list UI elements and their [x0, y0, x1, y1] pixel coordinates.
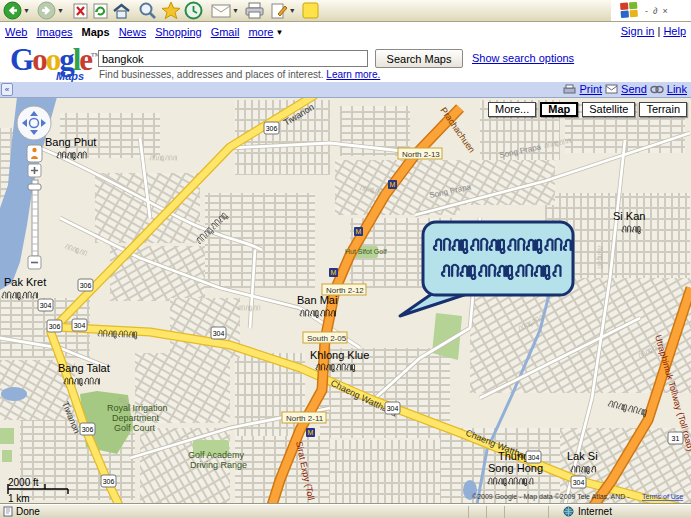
google-maps-header: Google™ Maps Search Maps Show search opt…	[0, 41, 691, 82]
svg-text:Terms of Use: Terms of Use	[642, 493, 683, 500]
svg-text:Pak Kret: Pak Kret	[4, 276, 46, 288]
map-type-buttons: More... Map Satellite Terrain	[484, 102, 687, 117]
svg-text:Golf Academy: Golf Academy	[188, 450, 245, 460]
windows-logo-icon	[617, 1, 641, 21]
page-icon	[3, 506, 13, 517]
svg-text:1 km: 1 km	[8, 493, 30, 504]
back-icon[interactable]	[3, 1, 22, 20]
svg-text:M: M	[390, 181, 396, 188]
svg-text:Lak Si: Lak Si	[567, 450, 598, 462]
svg-text:Thung: Thung	[498, 450, 529, 462]
nav-maps[interactable]: Maps	[82, 26, 110, 38]
favorites-icon[interactable]	[161, 1, 181, 20]
search-caption: Find businesses, addresses and places of…	[99, 69, 380, 80]
svg-text:Khlong Klue: Khlong Klue	[310, 349, 369, 361]
map-button[interactable]: Map	[540, 102, 578, 117]
pond	[1, 387, 27, 401]
forward-icon[interactable]	[37, 1, 56, 20]
svg-text:306: 306	[49, 323, 61, 330]
terrain-button[interactable]: Terrain	[639, 102, 687, 117]
stop-icon[interactable]	[72, 2, 89, 20]
svg-text:306: 306	[80, 282, 92, 289]
svg-text:M: M	[308, 429, 314, 436]
forward-dropdown[interactable]: ▼	[57, 7, 64, 14]
svg-text:©2009 Google - Map data ©2009: ©2009 Google - Map data ©2009 Tele Atlas…	[472, 493, 630, 501]
nav-images[interactable]: Images	[36, 26, 72, 38]
nav-shopping[interactable]: Shopping	[155, 26, 202, 38]
history-icon[interactable]	[184, 1, 203, 20]
svg-text:304: 304	[213, 330, 225, 337]
edit-dropdown[interactable]: ▼	[289, 7, 296, 14]
status-done: Done	[16, 506, 40, 517]
svg-text:2000 ft: 2000 ft	[8, 477, 39, 488]
send-link[interactable]: Send	[621, 83, 647, 95]
more-button[interactable]: More...	[488, 102, 536, 117]
svg-text:Golf Court: Golf Court	[114, 423, 156, 433]
svg-text:304: 304	[528, 454, 540, 461]
more-arrow-icon: ▼	[275, 28, 283, 37]
svg-text:Ban Mai: Ban Mai	[297, 294, 337, 306]
svg-text:304: 304	[387, 405, 399, 412]
svg-text:Hut Sifot Golf: Hut Sifot Golf	[345, 248, 387, 255]
link-icon	[650, 85, 664, 94]
sign-in-link[interactable]: Sign in	[621, 25, 655, 37]
google-logo-maps: Maps	[56, 70, 84, 82]
map-copyright: ©2009 Google - Map data ©2009 Tele Atlas…	[472, 493, 683, 501]
svg-text:Royal Irrigation: Royal Irrigation	[107, 403, 168, 413]
svg-text:Bang Phut: Bang Phut	[45, 136, 96, 148]
svg-text:31: 31	[672, 435, 680, 442]
svg-text:M: M	[356, 228, 362, 235]
svg-text:306: 306	[266, 125, 278, 132]
status-bar: Done Internet	[0, 504, 691, 518]
svg-text:Si Kan: Si Kan	[613, 210, 645, 222]
refresh-icon[interactable]	[92, 2, 109, 20]
svg-text:306: 306	[103, 478, 115, 485]
satellite-button[interactable]: Satellite	[582, 102, 635, 117]
search-icon[interactable]	[138, 1, 158, 20]
search-maps-button[interactable]: Search Maps	[375, 49, 463, 68]
map-canvas[interactable]: Tiwanon Tiwanon Chaeng Watthana Chaeng W…	[0, 98, 691, 504]
search-input[interactable]	[98, 50, 368, 67]
notes-icon[interactable]	[302, 2, 319, 19]
google-nav-links: Web Images Maps News Shopping Gmail more…	[0, 23, 691, 41]
nav-web[interactable]: Web	[5, 26, 27, 38]
svg-text:Song Hong: Song Hong	[488, 462, 543, 474]
svg-text:Bang Talat: Bang Talat	[58, 362, 110, 374]
svg-text:304: 304	[40, 302, 52, 309]
status-internet: Internet	[578, 506, 612, 517]
svg-text:306: 306	[82, 426, 94, 433]
print-link[interactable]: Print	[579, 83, 602, 95]
collapse-sidebar-tab[interactable]: «	[1, 83, 13, 96]
svg-text:M: M	[331, 269, 337, 276]
print-icon[interactable]	[245, 2, 264, 19]
back-dropdown[interactable]: ▼	[23, 7, 30, 14]
google-logo: Google™	[10, 42, 100, 78]
svg-text:304: 304	[74, 322, 86, 329]
svg-text:North 2-13: North 2-13	[402, 150, 440, 159]
action-bar: « Print Send Link	[0, 82, 691, 98]
nav-news[interactable]: News	[119, 26, 147, 38]
send-icon	[605, 84, 618, 94]
link-link[interactable]: Link	[667, 83, 687, 95]
mail-dropdown[interactable]: ▼	[232, 7, 239, 14]
mail-icon[interactable]	[211, 3, 231, 18]
nav-more[interactable]: more	[248, 26, 273, 38]
pan-control[interactable]	[17, 106, 51, 140]
home-icon[interactable]	[112, 2, 131, 20]
show-search-options-link[interactable]: Show search options	[472, 52, 574, 64]
internet-globe-icon	[563, 506, 574, 517]
nav-gmail[interactable]: Gmail	[211, 26, 240, 38]
svg-text:Driving Range: Driving Range	[190, 460, 247, 470]
print-small-icon	[563, 84, 576, 95]
edit-icon[interactable]	[270, 2, 288, 20]
svg-text:Department: Department	[112, 413, 160, 423]
browser-toolbar: ▼ ▼ ▼ ▼	[0, 0, 611, 22]
svg-text:North 2-12: North 2-12	[326, 286, 364, 295]
signin-area: Sign in | Help	[621, 25, 686, 37]
window-buttons[interactable]: -∂×	[645, 6, 673, 16]
learn-more-link[interactable]: Learn more.	[326, 69, 380, 80]
help-link[interactable]: Help	[663, 25, 686, 37]
svg-text:North 2-11: North 2-11	[286, 414, 324, 423]
window-controls: -∂×	[611, 0, 691, 22]
svg-text:304: 304	[573, 479, 585, 486]
